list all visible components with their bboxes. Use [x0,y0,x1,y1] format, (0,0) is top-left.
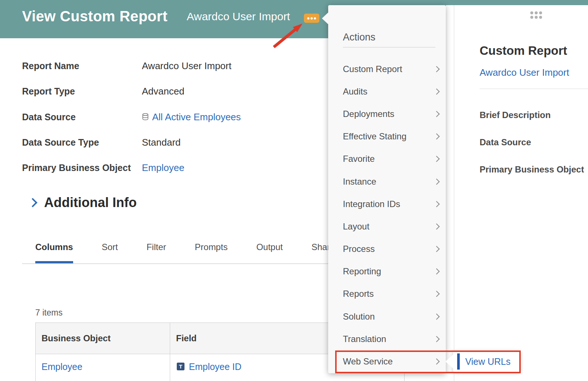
tab[interactable]: Columns [35,242,73,261]
actions-menu-item[interactable]: Reporting [328,260,446,283]
menu-item-label: Integration IDs [343,199,400,209]
detail-value-text[interactable]: Advanced [142,86,184,97]
actions-menu-item[interactable]: Instance [328,170,446,193]
detail-value-text[interactable]: Employee [142,162,184,174]
tab[interactable]: Prompts [195,242,227,261]
detail-value-text[interactable]: Standard [142,137,181,148]
detail-label: Primary Business Object [22,163,142,173]
report-name-subtitle: Awardco User Import [187,10,290,23]
column-header-business-object: Business Object [36,323,170,354]
menu-item-label: Layout [343,221,369,232]
detail-label: Data Source [22,112,142,122]
detail-row: Data Source All Active Employees [22,104,323,130]
menu-item-label: Favorite [343,154,375,164]
detail-value: Standard [142,137,181,148]
menu-item-label: Solution [343,311,375,322]
preview-panel-title: Custom Report [480,44,567,58]
detail-value-text[interactable]: Awardco User Import [142,60,232,72]
actions-menu-item[interactable]: Layout [328,215,446,238]
ellipsis-icon [307,17,309,19]
tab-bar: ColumnsSortFilterPromptsOutputShare [35,242,335,261]
chevron-right-icon [434,313,440,320]
actions-menu-item[interactable]: Translation [328,328,446,350]
database-icon [142,113,149,121]
actions-menu-title: Actions [343,32,446,43]
page-title: View Custom Report [22,8,168,25]
detail-label: Report Name [22,61,142,71]
section-title: Additional Info [44,195,137,210]
submenu-item-view-urls[interactable]: View URLs [453,351,520,372]
detail-row: Report Name Awardco User Import [22,53,323,79]
chevron-right-icon [434,268,440,275]
detail-row: Primary Business Object Employee [22,155,323,181]
menu-item-label: Process [343,244,375,254]
business-object-link[interactable]: Employee [42,360,82,373]
chevron-right-icon [434,88,440,95]
menu-item-label: Custom Report [343,64,402,74]
actions-menu-item[interactable]: Deployments [328,103,446,125]
menu-item-label: Reporting [343,266,381,277]
menu-item-label: Translation [343,334,386,344]
custom-report-preview-panel: Custom Report Awardco User Import Brief … [446,5,588,381]
chevron-right-icon [434,223,440,229]
actions-menu-item[interactable]: Solution [328,305,446,328]
actions-submenu: View URLs [453,351,520,372]
preview-divider [480,89,588,89]
report-details: Report Name Awardco User Import Report T… [22,53,323,181]
actions-menu-item[interactable]: Reports [328,283,446,305]
tab[interactable]: Filter [147,242,166,261]
preview-field-label: Primary Business Object [480,156,584,183]
preview-field-label: Brief Description [480,102,584,129]
ellipsis-icon [311,17,313,19]
actions-menu-item[interactable]: Custom Report [328,58,446,80]
actions-menu: Actions Custom Report Audits Deployments… [328,5,446,373]
chevron-right-icon [434,133,440,140]
chevron-right-icon [434,359,440,365]
field-link[interactable]: Employee ID [189,360,241,373]
detail-label: Report Type [22,86,142,97]
selection-indicator-bar [457,353,460,370]
chevron-right-icon [434,291,440,297]
items-count: 7 items [35,308,62,318]
chevron-right-icon [434,66,440,72]
view-custom-report-page: View Custom Report Awardco User Import R… [0,0,588,381]
tab[interactable]: Sort [102,242,118,261]
preview-field-label: Data Source [480,129,584,156]
menu-item-label: Deployments [343,109,394,119]
menu-item-label: Instance [343,177,376,187]
actions-menu-item[interactable]: Process [328,238,446,260]
submenu-item-label: View URLs [465,356,510,367]
detail-row: Report Type Advanced [22,79,323,104]
chevron-right-icon [28,198,37,207]
detail-value: Employee [142,162,184,174]
actions-menu-item[interactable]: Favorite [328,148,446,170]
text-field-type-icon: T [177,363,184,370]
ellipsis-icon [314,17,316,19]
chevron-right-icon [434,156,440,162]
detail-value: All Active Employees [142,111,241,123]
related-actions-button[interactable] [304,14,319,23]
menu-divider [343,47,435,47]
menu-item-label: Effective Stating [343,131,406,142]
preview-report-link[interactable]: Awardco User Import [480,67,569,78]
menu-pointer-notch [322,13,328,24]
actions-menu-item[interactable]: Effective Stating [328,125,446,148]
chevron-right-icon [434,336,440,342]
actions-menu-item[interactable]: Web Service [328,350,446,373]
detail-value: Advanced [142,86,184,97]
additional-info-section[interactable]: Additional Info [22,192,137,213]
chevron-right-icon [434,246,440,252]
tab[interactable]: Output [256,242,283,261]
detail-label: Data Source Type [22,137,142,148]
actions-menu-item[interactable]: Audits [328,80,446,103]
menu-item-label: Reports [343,289,374,299]
chevron-right-icon [434,201,440,207]
chevron-right-icon [434,111,440,117]
menu-item-label: Audits [343,86,368,97]
detail-value-text[interactable]: All Active Employees [152,111,241,123]
actions-menu-item[interactable]: Integration IDs [328,193,446,215]
drag-handle-icon[interactable] [530,11,542,19]
chevron-right-icon [434,178,440,185]
detail-value: Awardco User Import [142,60,232,72]
menu-item-label: Web Service [343,356,393,367]
